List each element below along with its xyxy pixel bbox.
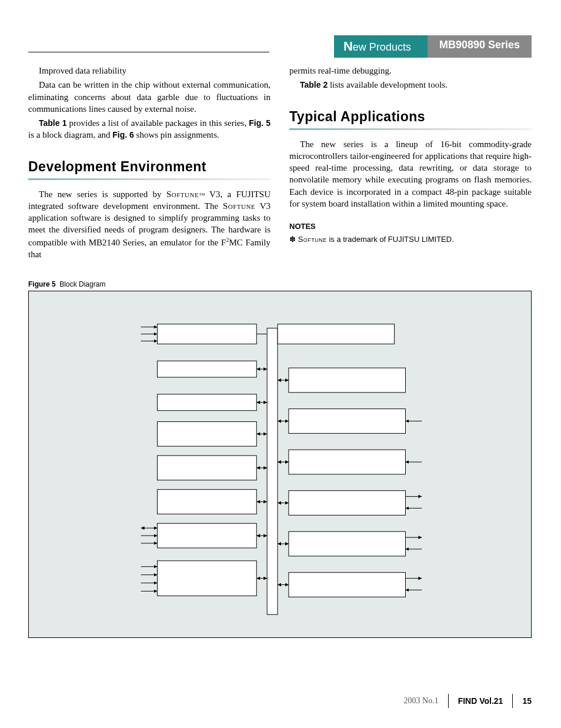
footer-magazine: FIND Vol.21	[458, 696, 503, 706]
top-rule	[28, 52, 269, 52]
page-footer: 2003 No.1 FIND Vol.21 15	[404, 694, 532, 708]
header-tabs: New Products MB90890 Series	[334, 35, 532, 58]
svg-rect-15	[289, 573, 406, 597]
para-table1: Table 1 provides a list of available pac…	[28, 117, 271, 141]
para-permits: permits real-time debugging.	[289, 65, 532, 77]
figure-title: Block Diagram	[59, 280, 105, 288]
svg-rect-2	[278, 324, 395, 344]
svg-rect-5	[157, 422, 256, 447]
tab-big-n: N	[343, 39, 353, 54]
right-column: permits real-time debugging. Table 2 lis…	[289, 65, 532, 262]
softune-note: Softune	[298, 235, 327, 244]
heading-rule	[28, 178, 271, 180]
svg-rect-7	[157, 490, 256, 514]
ref-table1: Table 1	[39, 118, 66, 128]
footer-page: 15	[522, 696, 532, 706]
tab-rest: ew Products	[353, 41, 411, 53]
svg-rect-11	[289, 409, 406, 434]
footer-divider-1	[448, 694, 449, 708]
svg-rect-1	[157, 324, 256, 344]
notes-heading: NOTES	[289, 221, 532, 232]
svg-rect-0	[267, 328, 278, 615]
heading-typical-apps: Typical Applications	[289, 108, 532, 126]
svg-rect-12	[289, 450, 406, 474]
svg-rect-4	[157, 394, 256, 411]
para-data-written: Data can be written in the chip without …	[28, 79, 271, 115]
softune-2: Softune	[223, 201, 255, 211]
left-column: Improved data reliability Data can be wr…	[28, 65, 271, 262]
notes-text: ✽ Softune is a trademark of FUJITSU LIMI…	[289, 234, 532, 245]
figure-caption: Figure 5 Block Diagram	[28, 280, 532, 288]
diagram-svg	[29, 291, 531, 637]
figure-label: Figure 5	[28, 280, 56, 288]
para-typical: The new series is a lineup of 16-bit com…	[289, 138, 532, 210]
block-diagram	[28, 291, 532, 638]
svg-rect-8	[157, 523, 256, 548]
ref-fig6: Fig. 6	[112, 130, 134, 139]
svg-rect-13	[289, 491, 406, 516]
heading-dev-env: Development Environment	[28, 158, 271, 176]
heading-rule-2	[289, 128, 532, 130]
svg-rect-10	[289, 368, 406, 393]
footer-divider-2	[512, 694, 513, 708]
para-table2: Table 2 lists available development tool…	[289, 79, 532, 91]
softune-1: Softune	[166, 190, 199, 199]
ref-fig5: Fig. 5	[249, 118, 271, 128]
svg-rect-9	[157, 561, 256, 596]
footer-issue: 2003 No.1	[404, 696, 439, 706]
para-dev-env: The new series is supported by Softune™ …	[28, 188, 271, 261]
para-improved: Improved data reliability	[28, 65, 271, 77]
ref-table2: Table 2	[300, 80, 328, 89]
tab-series: MB90890 Series	[428, 35, 532, 58]
svg-rect-3	[157, 361, 256, 377]
svg-rect-14	[289, 531, 406, 556]
tab-new-products: New Products	[334, 35, 428, 58]
svg-rect-6	[157, 456, 256, 480]
